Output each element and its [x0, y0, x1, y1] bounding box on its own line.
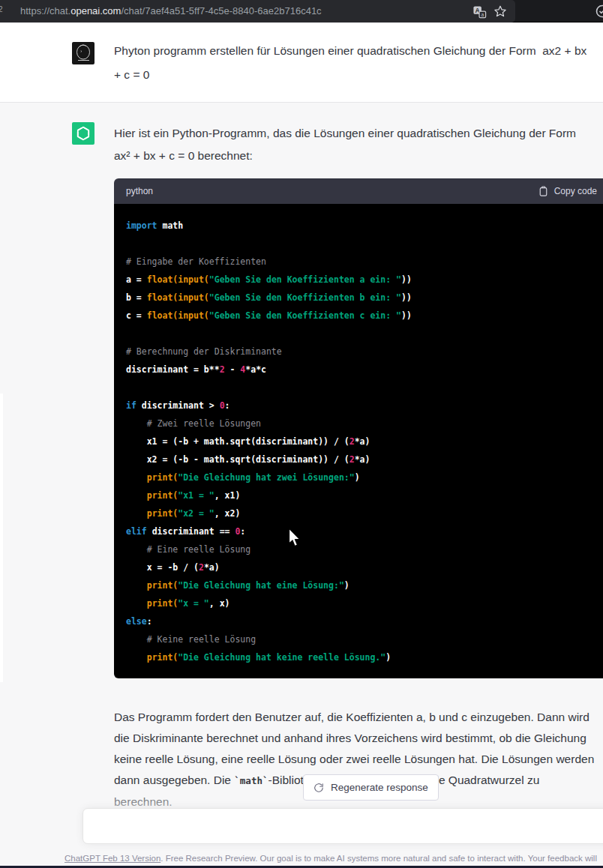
refresh-icon: [314, 783, 324, 793]
toolbar-partial-glyph: 2: [0, 5, 3, 13]
bookmark-star-icon[interactable]: [493, 4, 508, 19]
version-link[interactable]: ChatGPT Feb 13 Version: [64, 854, 160, 863]
code-block: python Copy code import math # Eingabe d…: [114, 178, 603, 678]
user-avatar: [72, 42, 94, 64]
svg-text:a: a: [481, 11, 484, 16]
url-text: https://chat.openai.com/chat/7aef4a51-5f…: [20, 0, 322, 22]
left-edge-strip: [0, 394, 3, 682]
regenerate-response-label: Regenerate response: [331, 782, 428, 793]
translate-icon[interactable]: A a: [472, 4, 487, 19]
browser-toolbar: 2 https://chat.openai.com/chat/7aef4a51-…: [0, 0, 603, 22]
code-language-label: python: [126, 186, 153, 196]
url-prefix: https://chat.: [20, 5, 70, 16]
regenerate-response-button[interactable]: Regenerate response: [303, 774, 439, 801]
extension-circle-icon[interactable]: [594, 3, 603, 22]
code-content: import math # Eingabe der Koeffizientena…: [114, 204, 603, 678]
clipboard-icon: [539, 186, 549, 197]
code-block-header: python Copy code: [114, 178, 603, 204]
address-bar[interactable]: 2 https://chat.openai.com/chat/7aef4a51-…: [0, 0, 515, 22]
openai-logo-icon: [72, 122, 94, 145]
user-message-text: Phyton programm erstellen für Lösungen e…: [114, 39, 603, 87]
copy-code-label: Copy code: [554, 186, 597, 196]
url-domain: openai.com: [70, 5, 121, 16]
footer-text: . Free Research Preview. Our goal is to …: [160, 854, 597, 863]
url-path: /chat/7aef4a51-5ff7-4c5e-8840-6ae2b716c4…: [121, 5, 321, 16]
copy-code-button[interactable]: Copy code: [539, 186, 597, 197]
message-input[interactable]: [82, 808, 603, 844]
inline-code-math: `math`: [234, 775, 268, 786]
footer-disclaimer: ChatGPT Feb 13 Version. Free Research Pr…: [64, 854, 603, 863]
assistant-intro-text: Hier ist ein Python-Programm, das die Lö…: [114, 122, 603, 167]
